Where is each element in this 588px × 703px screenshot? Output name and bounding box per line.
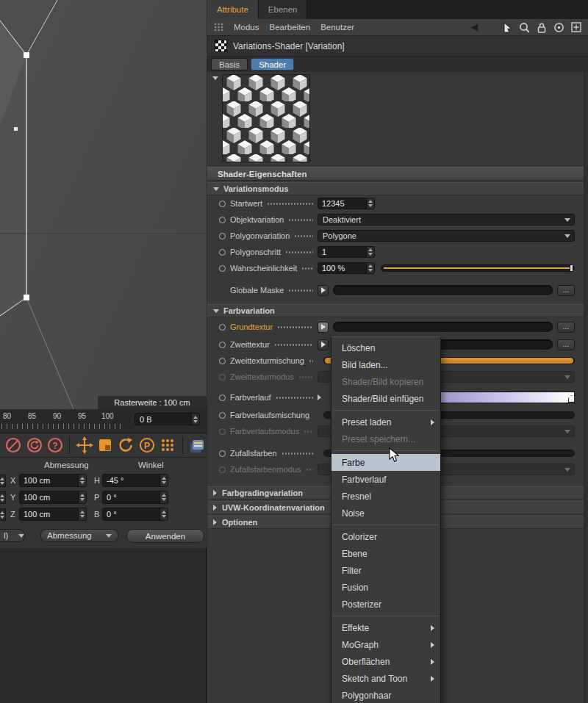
stepper-icon[interactable] <box>366 247 374 257</box>
keyframe-circle-icon[interactable] <box>219 233 226 239</box>
stepper-icon[interactable] <box>78 508 86 520</box>
menu-modus[interactable]: Modus <box>234 23 259 32</box>
param-label: Startwert <box>230 199 262 208</box>
red-tool-question-icon[interactable]: ? <box>46 436 65 455</box>
stepper-icon[interactable] <box>0 475 6 487</box>
lock-icon[interactable] <box>537 22 547 33</box>
section-header-shader-eigenschaften[interactable]: Shader-Eigenschaften <box>207 167 584 181</box>
menu-benutzer[interactable]: Benutzer <box>320 23 354 32</box>
menu-bearbeiten[interactable]: Bearbeiten <box>270 23 311 32</box>
section-header-variationsmodus[interactable]: Variationsmodus <box>207 182 584 195</box>
parent-mode-icon[interactable]: P <box>137 436 157 455</box>
polygonschritt-input[interactable]: 1 <box>318 246 375 258</box>
browse-button[interactable]: ... <box>557 322 575 333</box>
tab-attribute[interactable]: Attribute <box>207 0 259 19</box>
polygonvariation-dropdown[interactable]: Polygone <box>318 230 575 242</box>
keyframe-circle-icon[interactable] <box>219 201 226 207</box>
texture-arrow-button[interactable] <box>318 339 329 350</box>
red-tool-rotate-icon[interactable] <box>24 436 43 455</box>
menu-item-fresnel[interactable]: Fresnel <box>331 488 440 505</box>
menu-item-filter[interactable]: Filter <box>331 562 440 579</box>
menu-item-bild-laden[interactable]: Bild laden... <box>331 356 440 373</box>
keyframe-circle-icon[interactable] <box>219 394 226 401</box>
stepper-icon[interactable] <box>366 198 374 209</box>
angle-p-input[interactable]: 0 ° <box>102 491 168 504</box>
apply-button[interactable]: Anwenden <box>126 529 204 543</box>
browse-button[interactable]: ... <box>557 339 575 350</box>
globale-maske-texture-field[interactable] <box>333 285 553 295</box>
texture-arrow-button-pressed[interactable] <box>318 322 329 333</box>
angle-h-input[interactable]: -45 ° <box>102 474 168 487</box>
menu-item-preset-laden[interactable]: Preset laden <box>331 414 440 430</box>
plus-box-icon[interactable] <box>571 22 581 32</box>
search-icon[interactable] <box>519 22 530 33</box>
menu-item-posterizer[interactable]: Posterizer <box>331 596 440 613</box>
size-x-input[interactable]: 100 cm <box>19 474 87 487</box>
startwert-input[interactable]: 12345 <box>318 198 375 209</box>
menu-item-shader-bild-einfuegen[interactable]: Shader/Bild einfügen <box>331 390 440 407</box>
browse-button[interactable]: ... <box>557 285 575 296</box>
menu-item-fusion[interactable]: Fusion <box>331 579 440 596</box>
tab-ebenen[interactable]: Ebenen <box>259 0 308 19</box>
size-y-input[interactable]: 100 cm <box>19 491 87 504</box>
layers-film-icon[interactable] <box>187 436 207 455</box>
menu-item-colorizer[interactable]: Colorizer <box>331 528 440 545</box>
stepper-icon[interactable] <box>159 475 168 486</box>
grundtextur-texture-field[interactable] <box>333 322 553 332</box>
stepper-icon[interactable] <box>159 508 168 520</box>
menu-item-polygonhaar[interactable]: Polygonhaar <box>331 687 440 703</box>
shader-preview-image[interactable] <box>222 74 310 162</box>
keyframe-circle-icon[interactable] <box>219 217 226 223</box>
section-header-farbvariation[interactable]: Farbvariation <box>207 304 584 317</box>
rotate-tool-icon[interactable] <box>116 436 135 455</box>
keyframe-circle-icon[interactable] <box>219 249 226 256</box>
stepper-icon[interactable] <box>159 491 168 503</box>
texture-arrow-button[interactable] <box>318 285 329 296</box>
panel-grip-icon[interactable] <box>214 23 223 32</box>
history-back-icon[interactable] <box>469 23 478 32</box>
stepper-icon[interactable] <box>78 475 86 486</box>
timeline-ruler[interactable]: 80 85 90 95 100 0 B <box>0 409 207 433</box>
size-z-input[interactable]: 100 cm <box>19 508 87 521</box>
keyframe-circle-icon[interactable] <box>219 265 226 272</box>
tab-basis[interactable]: Basis <box>211 58 248 71</box>
mode-dropdown[interactable]: Abmessung <box>40 529 118 542</box>
menu-item-effekte[interactable]: Effekte <box>331 619 440 636</box>
keyframe-circle-icon[interactable] <box>219 342 226 348</box>
wahrscheinlichkeit-input[interactable]: 100 % <box>318 262 375 274</box>
menu-item-ebene[interactable]: Ebene <box>331 545 440 562</box>
objektvariation-dropdown[interactable]: Deaktiviert <box>318 214 575 226</box>
menu-item-mograph[interactable]: MoGraph <box>331 636 440 653</box>
red-tool-slash-icon[interactable] <box>4 436 23 455</box>
dots-grid-icon[interactable] <box>158 436 177 455</box>
stepper-icon[interactable] <box>78 491 86 503</box>
viewport[interactable]: Rasterweite : 100 cm <box>0 0 207 409</box>
stepper-icon[interactable] <box>0 491 6 504</box>
wahrscheinlichkeit-slider[interactable] <box>381 264 575 273</box>
stepper-icon[interactable] <box>366 263 374 273</box>
expand-arrow-icon[interactable] <box>318 394 321 400</box>
angle-b-input[interactable]: 0 ° <box>102 508 168 521</box>
tab-shader[interactable]: Shader <box>251 58 294 71</box>
collapse-arrow-icon[interactable] <box>212 76 218 80</box>
coordinate-system-dropdown-partial[interactable]: l) <box>0 529 25 542</box>
menu-item-farbe[interactable]: Farbe <box>331 454 440 471</box>
stepper-icon[interactable] <box>191 414 199 425</box>
menu-item-farbverlauf[interactable]: Farbverlauf <box>331 471 440 488</box>
stepper-icon[interactable] <box>0 508 6 521</box>
gradient-end-knot[interactable] <box>568 395 575 403</box>
menu-item-loeschen[interactable]: Löschen <box>331 339 440 356</box>
target-icon[interactable] <box>553 22 564 33</box>
cursor-arrow-icon[interactable] <box>503 22 512 33</box>
keyframe-circle-icon[interactable] <box>219 358 226 364</box>
keyframe-circle-icon[interactable] <box>219 412 226 419</box>
frame-number-field[interactable]: 0 B <box>135 413 200 425</box>
scrollbar[interactable] <box>584 72 588 703</box>
menu-item-noise[interactable]: Noise <box>331 505 440 522</box>
keyframe-circle-icon[interactable] <box>219 450 226 457</box>
menu-item-sketch-and-toon[interactable]: Sketch and Toon <box>331 670 440 687</box>
keyframe-circle-icon[interactable] <box>219 324 226 331</box>
scale-tool-icon[interactable] <box>96 436 115 455</box>
menu-item-oberflaechen[interactable]: Oberflächen <box>331 653 440 670</box>
move-tool-icon[interactable] <box>74 436 93 455</box>
